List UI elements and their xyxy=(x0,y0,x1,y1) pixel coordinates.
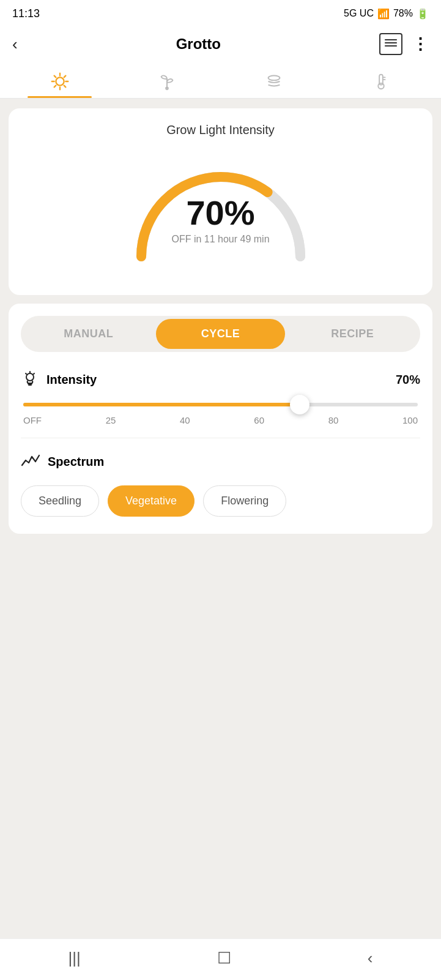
gauge-title: Grow Light Intensity xyxy=(166,123,275,137)
svg-point-3 xyxy=(56,77,64,85)
slider-track xyxy=(23,403,418,406)
intensity-slider[interactable]: OFF 25 40 60 80 100 xyxy=(23,403,418,425)
gauge-subtitle: OFF in 11 hour 49 min xyxy=(171,234,269,245)
intensity-label: Intensity xyxy=(21,369,97,391)
battery-graphic: 🔋 xyxy=(417,8,429,20)
gauge-container: 70% OFF in 11 hour 49 min xyxy=(123,149,319,272)
header-actions: ⋮ xyxy=(379,33,429,55)
svg-point-13 xyxy=(269,76,280,81)
gauge-percent: 70% xyxy=(171,196,269,230)
svg-point-18 xyxy=(26,373,34,381)
mode-selector: MANUAL CYCLE RECIPE xyxy=(21,316,420,352)
svg-line-9 xyxy=(64,86,65,88)
spectrum-label: Spectrum xyxy=(48,455,104,469)
slider-label-80: 80 xyxy=(328,415,339,425)
status-icons: 5G UC 📶 78% 🔋 xyxy=(344,8,429,20)
slider-fill xyxy=(23,403,300,406)
main-content: Grow Light Intensity 70% OFF in 11 hour … xyxy=(0,99,441,544)
mode-cycle-button[interactable]: CYCLE xyxy=(156,319,286,349)
tab-layers[interactable] xyxy=(221,64,328,98)
status-bar: 11:13 5G UC 📶 78% 🔋 xyxy=(0,0,441,27)
svg-line-8 xyxy=(54,76,56,78)
header: ‹ Grotto ⋮ xyxy=(0,27,441,64)
back-button[interactable]: ‹ xyxy=(12,36,18,52)
bottom-nav-multitask[interactable]: ||| xyxy=(69,949,81,968)
intensity-header: Intensity 70% xyxy=(21,369,420,391)
page-title: Grotto xyxy=(176,36,221,53)
slider-thumb[interactable] xyxy=(290,395,309,414)
tab-temperature[interactable] xyxy=(328,64,435,98)
slider-label-off: OFF xyxy=(23,415,42,425)
slider-labels: OFF 25 40 60 80 100 xyxy=(23,415,418,425)
controls-card: MANUAL CYCLE RECIPE Intens xyxy=(9,304,432,534)
status-time: 11:13 xyxy=(12,7,40,20)
slider-label-100: 100 xyxy=(402,415,418,425)
menu-icon[interactable] xyxy=(379,33,402,55)
spectrum-header: Spectrum xyxy=(21,451,420,473)
tab-plant[interactable] xyxy=(113,64,220,98)
signal-icon: 📶 xyxy=(377,8,390,20)
light-bulb-icon xyxy=(21,369,39,391)
bottom-nav-back[interactable]: ‹ xyxy=(368,949,373,968)
spectrum-vegetative-button[interactable]: Vegetative xyxy=(108,485,195,517)
bottom-nav-home[interactable]: ☐ xyxy=(217,949,231,968)
gauge-center: 70% OFF in 11 hour 49 min xyxy=(171,196,269,245)
spectrum-flowering-button[interactable]: Flowering xyxy=(203,485,286,517)
spectrum-icon xyxy=(21,451,40,473)
gauge-card: Grow Light Intensity 70% OFF in 11 hour … xyxy=(9,108,432,295)
intensity-value: 70% xyxy=(396,373,420,387)
slider-label-60: 60 xyxy=(254,415,264,425)
tab-light[interactable] xyxy=(6,64,113,98)
svg-line-11 xyxy=(54,86,56,88)
svg-line-10 xyxy=(64,76,65,78)
battery-icon: 78% xyxy=(393,8,413,19)
svg-point-15 xyxy=(379,83,384,89)
more-dots-icon[interactable]: ⋮ xyxy=(412,35,429,54)
intensity-text: Intensity xyxy=(46,373,97,387)
svg-line-23 xyxy=(26,373,26,374)
network-icon: 5G UC xyxy=(344,8,374,19)
mode-manual-button[interactable]: MANUAL xyxy=(24,319,154,349)
spectrum-options: Seedling Vegetative Flowering xyxy=(21,485,420,517)
divider xyxy=(21,438,420,438)
slider-label-25: 25 xyxy=(106,415,116,425)
spectrum-seedling-button[interactable]: Seedling xyxy=(21,485,99,517)
bottom-nav: ||| ☐ ‹ xyxy=(0,938,441,980)
svg-line-22 xyxy=(34,373,34,374)
slider-label-40: 40 xyxy=(180,415,190,425)
mode-recipe-button[interactable]: RECIPE xyxy=(287,319,417,349)
nav-tabs xyxy=(0,64,441,99)
